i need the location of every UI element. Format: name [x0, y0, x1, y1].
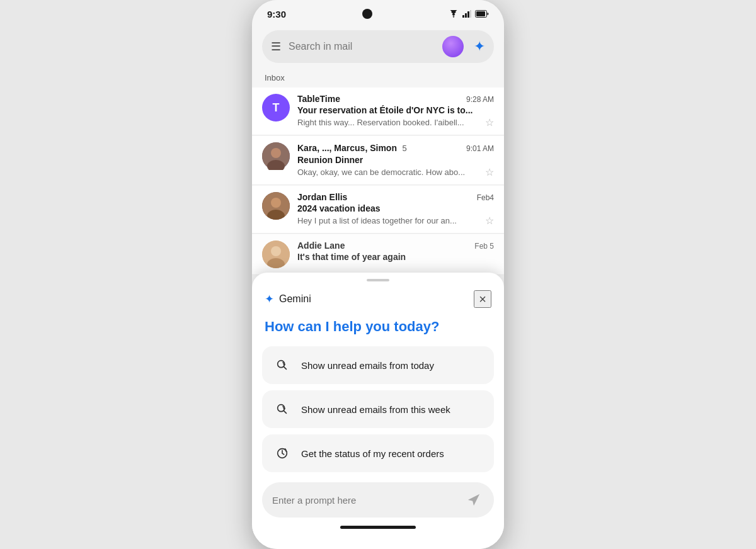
email-preview-row-3: Hey I put a list of ideas together for o…: [297, 215, 494, 227]
avatar-photo-4: [262, 241, 290, 268]
email-sender-3: Jordan Ellis: [297, 192, 347, 202]
star-icon-2[interactable]: ☆: [485, 166, 494, 178]
home-bar: [340, 526, 416, 529]
email-subject-2: Reunion Dinner: [297, 155, 494, 165]
star-icon-3[interactable]: ☆: [485, 215, 494, 227]
email-avatar-2: [262, 142, 290, 170]
gmail-area: ☰ Search in mail ✦ Inbox T TableTime 9:2…: [252, 30, 504, 275]
email-avatar-1: T: [262, 94, 290, 122]
email-header-4: Addie Lane Feb 5: [297, 241, 494, 251]
suggestion-chip-3[interactable]: Get the status of my recent orders: [262, 434, 494, 472]
camera-dot: [362, 9, 372, 19]
svg-rect-5: [476, 11, 485, 16]
chip-icon-1: [272, 355, 292, 375]
prompt-area[interactable]: [262, 482, 494, 518]
search-refresh-icon-2: [275, 402, 289, 416]
gemini-question: How can I help you today?: [252, 313, 504, 346]
email-time-4: Feb 5: [474, 242, 494, 251]
gemini-title: Gemini: [279, 293, 311, 305]
user-avatar[interactable]: [442, 36, 464, 57]
avatar-photo-2: [262, 142, 290, 170]
email-time-3: Feb4: [477, 193, 494, 202]
home-indicator: [252, 518, 504, 536]
star-icon-1[interactable]: ☆: [485, 116, 494, 128]
email-sender-4: Addie Lane: [297, 241, 345, 251]
svg-rect-3: [470, 10, 471, 18]
prompt-input[interactable]: [272, 495, 456, 506]
email-content-4: Addie Lane Feb 5 It's that time of year …: [297, 241, 494, 263]
suggestion-chip-1[interactable]: Show unread emails from today: [262, 346, 494, 384]
status-icons: [449, 10, 489, 18]
email-content-1: TableTime 9:28 AM Your reservation at Ét…: [297, 94, 494, 128]
phone-frame: 9:30: [252, 0, 504, 549]
gemini-bottom-sheet: ✦ Gemini × How can I help you today? Sho…: [252, 273, 504, 549]
status-bar: 9:30: [252, 0, 504, 25]
battery-icon: [475, 10, 489, 18]
inbox-label: Inbox: [252, 71, 504, 88]
search-placeholder: Search in mail: [289, 41, 435, 52]
clock-refresh-icon: [275, 446, 289, 460]
suggestion-chip-2[interactable]: Show unread emails from this week: [262, 390, 494, 428]
email-item-4[interactable]: Addie Lane Feb 5 It's that time of year …: [252, 234, 504, 275]
suggestions-list: Show unread emails from today Show unrea…: [252, 346, 504, 472]
email-item-1[interactable]: T TableTime 9:28 AM Your reservation at …: [252, 88, 504, 135]
email-preview-3: Hey I put a list of ideas together for o…: [297, 216, 480, 225]
status-time: 9:30: [267, 9, 286, 20]
email-sender-1: TableTime: [297, 94, 340, 104]
svg-point-13: [271, 246, 281, 256]
menu-icon[interactable]: ☰: [271, 40, 281, 54]
sheet-header: ✦ Gemini ×: [252, 281, 504, 313]
email-subject-3: 2024 vacation ideas: [297, 203, 494, 213]
email-preview-row-1: Right this way... Reservation booked. I'…: [297, 116, 494, 128]
search-refresh-icon-1: [275, 358, 289, 372]
send-icon: [467, 493, 481, 507]
email-subject-4: It's that time of year again: [297, 252, 494, 262]
email-header-2: Kara, ..., Marcus, Simon 5 9:01 AM: [297, 142, 494, 154]
suggestion-text-2: Show unread emails from this week: [301, 404, 450, 415]
email-preview-2: Okay, okay, we can be democratic. How ab…: [297, 167, 480, 177]
svg-point-10: [271, 198, 281, 208]
avatar-photo-3: [262, 192, 290, 220]
svg-rect-0: [462, 15, 464, 18]
email-preview-row-2: Okay, okay, we can be democratic. How ab…: [297, 166, 494, 178]
close-button[interactable]: ×: [474, 290, 491, 308]
email-time-2: 9:01 AM: [466, 144, 494, 153]
svg-rect-2: [467, 11, 469, 18]
svg-rect-1: [465, 13, 467, 18]
wifi-icon: [449, 10, 459, 18]
email-subject-1: Your reservation at Étoile d'Or NYC is t…: [297, 105, 494, 115]
email-item-2[interactable]: Kara, ..., Marcus, Simon 5 9:01 AM Reuni…: [252, 136, 504, 185]
suggestion-text-3: Get the status of my recent orders: [301, 448, 444, 459]
email-avatar-3: [262, 192, 290, 220]
svg-point-7: [271, 148, 281, 158]
avatar-image: [442, 36, 464, 57]
email-header-1: TableTime 9:28 AM: [297, 94, 494, 104]
email-avatar-4: [262, 241, 290, 268]
email-time-1: 9:28 AM: [466, 95, 494, 104]
gemini-sparkle-icon[interactable]: ✦: [474, 38, 485, 55]
send-button[interactable]: [464, 490, 484, 510]
email-list: T TableTime 9:28 AM Your reservation at …: [252, 88, 504, 275]
email-sender-2: Kara, ..., Marcus, Simon: [297, 143, 397, 153]
email-preview-1: Right this way... Reservation booked. I'…: [297, 118, 480, 127]
gemini-logo-icon: ✦: [265, 292, 274, 306]
email-count-2: 5: [402, 144, 406, 153]
email-content-3: Jordan Ellis Feb4 2024 vacation ideas He…: [297, 192, 494, 227]
email-item-3[interactable]: Jordan Ellis Feb4 2024 vacation ideas He…: [252, 186, 504, 234]
chip-icon-3: [272, 443, 292, 463]
search-bar[interactable]: ☰ Search in mail ✦: [262, 30, 494, 63]
email-header-3: Jordan Ellis Feb4: [297, 192, 494, 202]
gemini-logo: ✦ Gemini: [265, 292, 311, 306]
email-content-2: Kara, ..., Marcus, Simon 5 9:01 AM Reuni…: [297, 142, 494, 178]
suggestion-text-1: Show unread emails from today: [301, 360, 434, 371]
chip-icon-2: [272, 399, 292, 419]
signal-icon: [462, 10, 471, 18]
